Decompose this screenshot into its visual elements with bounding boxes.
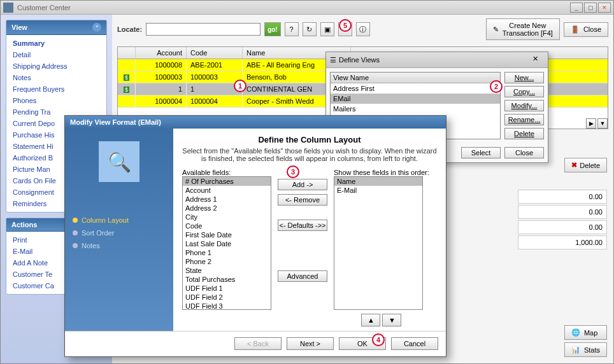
wizard-step-column-layout[interactable]: Column Layout	[73, 214, 166, 227]
views-close-button[interactable]: Close	[504, 147, 544, 158]
modify-view-dialog: Modify View Format (EMail) 🔍 Column Layo…	[64, 115, 446, 357]
maximize-button[interactable]: ▢	[584, 3, 597, 13]
add-button[interactable]: Add ->	[278, 179, 327, 190]
wizard-description: Select from the "Available fields" those…	[182, 147, 437, 162]
stats-button[interactable]: 📊 Stats	[564, 342, 607, 357]
scroll-right-icon[interactable]: ▶	[586, 118, 596, 129]
edit-icon: ✎	[493, 25, 499, 34]
show-fields-label: Show these fields in this order:	[334, 169, 429, 176]
available-field-item[interactable]: Phone 2	[183, 257, 271, 266]
bottom-buttons: 🌐 Map 📊 Stats	[564, 325, 607, 357]
show-fields-listbox[interactable]: NameE-Mail	[334, 176, 423, 310]
annotation-1: 1	[234, 80, 246, 92]
refresh-icon[interactable]: ↻	[303, 22, 317, 36]
sidebar-item-notes[interactable]: Notes	[6, 72, 106, 83]
delete-button[interactable]: ✖ Delete	[564, 158, 607, 172]
locate-input[interactable]	[146, 23, 261, 36]
define-views-close-button[interactable]: ✕	[532, 55, 544, 65]
wizard-footer: < Back Next > OK Cancel	[65, 331, 446, 355]
available-field-item[interactable]: Address 1	[183, 195, 271, 204]
wizard-main: Define the Column Layout Select from the…	[173, 129, 446, 331]
col-code[interactable]: Code	[187, 47, 243, 59]
next-button[interactable]: Next >	[287, 337, 334, 350]
sidebar-item-frequent-buyers[interactable]: Frequent Buyers	[6, 83, 106, 95]
actions-panel-title: Actions	[11, 221, 37, 228]
scroll-dropdown-icon[interactable]: ▼	[597, 118, 608, 129]
available-field-item[interactable]: UDF Field 3	[183, 302, 271, 310]
col-icon[interactable]	[118, 47, 136, 59]
main-close-button[interactable]: 🚪 Close	[564, 22, 608, 37]
close-label: Close	[583, 25, 601, 33]
view-panel-title: View	[11, 24, 27, 31]
available-field-item[interactable]: Last Sale Date	[183, 239, 271, 248]
sidebar-item-summary[interactable]: Summary	[6, 38, 106, 49]
remove-button[interactable]: <- Remove	[278, 194, 327, 206]
available-field-item[interactable]: Code	[183, 221, 271, 230]
column-chooser: Available fields: # Of PurchasesAccountA…	[182, 169, 437, 326]
dollar-icon: $	[124, 87, 129, 93]
available-field-item[interactable]: First Sale Date	[183, 230, 271, 239]
defaults-button[interactable]: <- Defaults ->>	[278, 220, 327, 231]
view-name-item[interactable]: Address First	[331, 83, 500, 94]
modify-view-title: Modify View Format (EMail)	[65, 116, 446, 129]
back-button: < Back	[234, 337, 282, 350]
view-name-item[interactable]: EMail	[331, 94, 500, 104]
available-fields-listbox[interactable]: # Of PurchasesAccountAddress 1Address 2C…	[182, 176, 271, 310]
available-field-item[interactable]: Account	[183, 186, 271, 195]
sidebar-item-detail[interactable]: Detail	[6, 49, 106, 60]
available-field-item[interactable]: Total Purchases	[183, 275, 271, 284]
show-field-item[interactable]: E-Mail	[334, 186, 422, 195]
available-field-item[interactable]: City	[183, 213, 271, 221]
cancel-button[interactable]: Cancel	[391, 337, 438, 350]
new-button[interactable]: New...	[504, 72, 544, 83]
delete-label: Delete	[580, 162, 600, 169]
minimize-button[interactable]: _	[570, 3, 583, 13]
define-views-title: Define Views	[339, 56, 380, 64]
map-label: Map	[584, 329, 597, 337]
customer-center-window: Customer Center _ ▢ ✕ View ⌃ SummaryDeta…	[0, 0, 614, 364]
create-new-transaction-button[interactable]: ✎ Create New Transaction [F4]	[486, 18, 560, 40]
help-icon[interactable]: ?	[285, 22, 299, 36]
wizard-step-notes[interactable]: Notes	[73, 239, 166, 252]
available-field-item[interactable]: Address 2	[183, 204, 271, 213]
move-up-button[interactable]: ▲	[361, 314, 380, 326]
total-value: 0.00	[518, 205, 607, 219]
annotation-2: 2	[490, 80, 503, 93]
view-panel-header[interactable]: View ⌃	[6, 20, 106, 35]
advanced-button[interactable]: Advanced	[278, 270, 327, 282]
define-views-buttons: New...Copy...Modify...Rename...Delete	[504, 72, 544, 139]
info-icon[interactable]: ⓘ	[356, 22, 370, 36]
wizard-step-sort-order[interactable]: Sort Order	[73, 227, 166, 239]
app-icon	[3, 3, 13, 13]
available-field-item[interactable]: Phone 1	[183, 248, 271, 257]
close-window-button[interactable]: ✕	[598, 3, 611, 13]
title-bar: Customer Center _ ▢ ✕	[1, 1, 613, 15]
copy-button[interactable]: Copy...	[504, 86, 544, 97]
show-field-item[interactable]: Name	[334, 177, 422, 186]
move-down-button[interactable]: ▼	[382, 314, 401, 326]
modify-button[interactable]: Modify...	[504, 100, 544, 111]
modify-view-body: 🔍 Column LayoutSort OrderNotes Define th…	[65, 129, 446, 331]
available-field-item[interactable]: State	[183, 266, 271, 275]
window-title: Customer Center	[17, 4, 570, 11]
total-value: 1,000.00	[518, 235, 607, 249]
go-button[interactable]: go!	[264, 22, 281, 36]
sidebar-item-phones[interactable]: Phones	[6, 95, 106, 106]
map-button[interactable]: 🌐 Map	[564, 325, 607, 340]
available-field-item[interactable]: # Of Purchases	[183, 177, 271, 186]
col-account[interactable]: Account	[136, 47, 187, 59]
rename-button[interactable]: Rename...	[504, 114, 544, 125]
define-views-titlebar: ☰ Define Views ✕	[326, 52, 548, 68]
view-name-item[interactable]: Mailers	[331, 104, 500, 114]
filter-icon[interactable]: ▣	[320, 22, 334, 36]
available-fields-label: Available fields:	[182, 169, 271, 176]
annotation-5: 5	[339, 19, 352, 32]
views-select-button[interactable]: Select	[461, 147, 501, 158]
delete-button[interactable]: Delete	[504, 128, 544, 139]
available-field-item[interactable]: UDF Field 1	[183, 284, 271, 293]
stats-label: Stats	[584, 346, 600, 354]
sidebar-item-shipping-address[interactable]: Shipping Address	[6, 60, 106, 72]
total-value: 0.00	[518, 190, 607, 204]
available-field-item[interactable]: UDF Field 2	[183, 293, 271, 302]
collapse-icon[interactable]: ⌃	[92, 23, 101, 32]
